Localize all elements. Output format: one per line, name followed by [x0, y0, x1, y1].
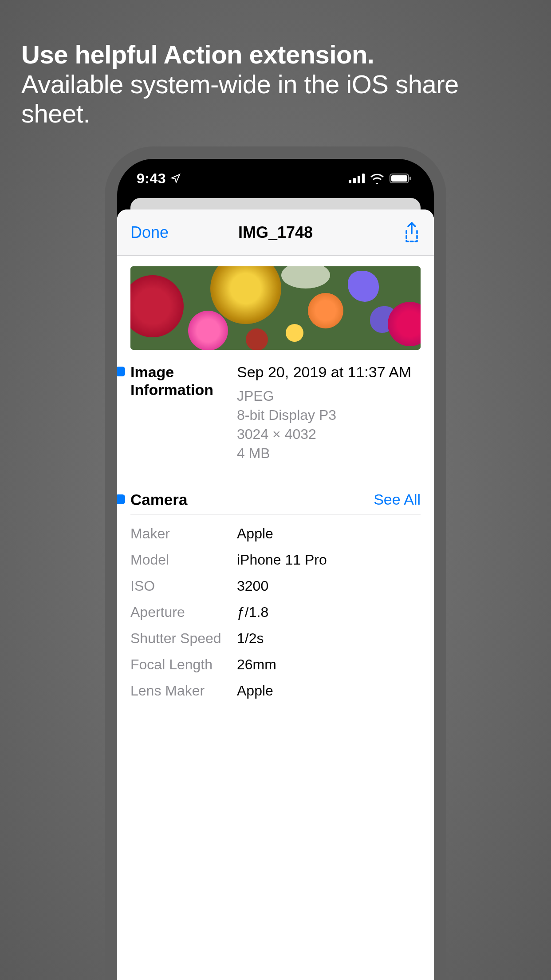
image-dimensions: 3024 × 4032 [237, 425, 421, 444]
table-row: Shutter Speed 1/2s [130, 625, 421, 652]
svg-rect-5 [391, 175, 407, 182]
camera-section-header: Camera See All [130, 491, 421, 514]
image-thumbnail[interactable] [130, 266, 421, 350]
promo-text: Use helpful Action extension. Available … [0, 0, 551, 129]
battery-icon [390, 173, 412, 184]
camera-rows: Maker Apple Model iPhone 11 Pro ISO 3200 [130, 514, 421, 704]
promo-headline: Use helpful Action extension. [21, 40, 530, 70]
row-label-model: Model [130, 552, 237, 568]
table-row: Maker Apple [130, 521, 421, 547]
svg-rect-2 [358, 176, 360, 183]
image-format: JPEG [237, 387, 421, 406]
status-time: 9:43 [137, 170, 166, 187]
row-label-aperture: Aperture [130, 604, 237, 620]
row-value-model: iPhone 11 Pro [237, 552, 327, 568]
phone-screen: 9:43 [117, 159, 434, 980]
row-label-lensmaker: Lens Maker [130, 683, 237, 699]
background-sheet [130, 198, 421, 209]
table-row: ISO 3200 [130, 573, 421, 599]
image-info-label: Image Information [130, 363, 237, 399]
table-row: Model iPhone 11 Pro [130, 547, 421, 573]
svg-rect-6 [409, 177, 411, 180]
image-filesize: 4 MB [237, 444, 421, 463]
table-row: Focal Length 26mm [130, 652, 421, 678]
row-label-iso: ISO [130, 578, 237, 594]
image-datetime: Sep 20, 2019 at 11:37 AM [237, 363, 421, 381]
status-bar: 9:43 [117, 159, 434, 198]
cellular-icon [349, 174, 365, 183]
table-row: Lens Maker Apple [130, 678, 421, 704]
see-all-button[interactable]: See All [374, 491, 421, 508]
wifi-icon [370, 173, 384, 184]
row-label-focal: Focal Length [130, 656, 237, 673]
row-value-focal: 26mm [237, 656, 276, 673]
svg-rect-1 [353, 178, 356, 183]
row-value-aperture: ƒ/1.8 [237, 604, 268, 620]
camera-section-title: Camera [130, 491, 187, 509]
done-button[interactable]: Done [130, 223, 184, 242]
section-badge [117, 494, 125, 504]
image-color-profile: 8-bit Display P3 [237, 406, 421, 425]
nav-bar: Done IMG_1748 [117, 209, 434, 256]
phone-mockup: 9:43 [105, 146, 446, 980]
row-label-maker: Maker [130, 526, 237, 542]
row-value-iso: 3200 [237, 578, 268, 594]
row-value-shutter: 1/2s [237, 630, 264, 647]
svg-rect-0 [349, 180, 351, 183]
share-icon[interactable] [403, 222, 421, 243]
page-title: IMG_1748 [184, 223, 367, 242]
location-icon [170, 173, 181, 184]
svg-rect-3 [362, 174, 365, 183]
phone-frame: 9:43 [105, 146, 446, 980]
share-sheet: Done IMG_1748 [117, 209, 434, 980]
table-row: Aperture ƒ/1.8 [130, 599, 421, 625]
row-label-shutter: Shutter Speed [130, 630, 237, 647]
promo-subline: Available system-wide in the iOS share s… [21, 70, 530, 129]
row-value-maker: Apple [237, 526, 273, 542]
row-value-lensmaker: Apple [237, 683, 273, 699]
section-badge [117, 367, 125, 376]
